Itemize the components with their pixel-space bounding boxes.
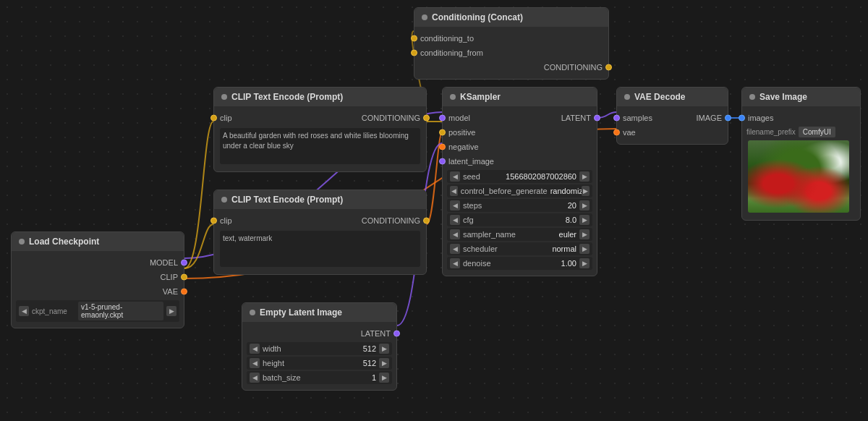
node-title: CLIP Text Encode (Prompt) — [231, 195, 343, 205]
input-dot-clip-1[interactable] — [210, 115, 217, 122]
denoise-increment[interactable]: ▶ — [579, 258, 590, 268]
node-title: Load Checkpoint — [29, 237, 99, 247]
node-title: VAE Decode — [634, 92, 685, 102]
ckpt-select-row: ◀ ckpt_name v1-5-pruned-emaonly.ckpt ▶ — [16, 300, 179, 322]
input-dot-clip-2[interactable] — [210, 218, 217, 224]
height-decrement[interactable]: ◀ — [250, 358, 260, 368]
node-header: CLIP Text Encode (Prompt) — [214, 190, 426, 209]
output-label-model: MODEL — [150, 258, 178, 267]
height-increment[interactable]: ▶ — [379, 358, 389, 368]
port-vae-out: VAE — [12, 284, 184, 299]
input-dot-images[interactable] — [739, 115, 745, 122]
vae-decode-node: VAE Decode samples IMAGE vae — [616, 87, 728, 145]
node-header: Conditioning (Concat) — [414, 8, 608, 27]
node-header: VAE Decode — [617, 88, 728, 106]
output-dot-latent[interactable] — [594, 115, 600, 122]
param-value-scheduler: normal — [552, 244, 576, 253]
ksampler-node: KSampler model LATENT positive negative … — [442, 87, 597, 276]
input-dot-vae[interactable] — [613, 129, 620, 136]
prompt-text-1[interactable]: A beautiful garden with red roses and wh… — [220, 128, 420, 164]
node-header: Load Checkpoint — [12, 232, 184, 251]
clip-text-encode-1-node: CLIP Text Encode (Prompt) clip CONDITION… — [213, 87, 427, 172]
width-decrement[interactable]: ◀ — [250, 344, 260, 354]
param-label-sampler: sampler_name — [463, 230, 552, 239]
port-label-conditioning-to: conditioning_to — [420, 34, 474, 43]
cfg-decrement[interactable]: ◀ — [450, 215, 460, 225]
node-status-dot — [624, 94, 630, 100]
seed-decrement[interactable]: ◀ — [450, 171, 460, 182]
output-dot-model[interactable] — [181, 260, 187, 266]
port-label-negative: negative — [448, 143, 479, 151]
param-label-control: control_before_generate — [461, 187, 548, 195]
param-value-control: randomize — [550, 187, 579, 195]
prompt-text-2[interactable]: text, watermark — [220, 231, 420, 267]
param-value-denoise: 1.00 — [555, 259, 576, 268]
param-sampler-name: ◀ sampler_name euler ▶ — [447, 228, 592, 241]
port-label-model: model — [448, 114, 470, 122]
output-dot-image[interactable] — [725, 115, 731, 122]
cfg-increment[interactable]: ▶ — [579, 215, 590, 225]
denoise-decrement[interactable]: ◀ — [450, 258, 460, 268]
node-status-dot — [221, 197, 227, 203]
param-label-batch: batch_size — [263, 373, 352, 382]
node-body: conditioning_to conditioning_from CONDIT… — [414, 27, 608, 79]
ckpt-increment[interactable]: ▶ — [166, 306, 176, 316]
clip-text-encode-2-node: CLIP Text Encode (Prompt) clip CONDITION… — [213, 190, 427, 275]
output-dot-conditioning-2[interactable] — [423, 218, 430, 224]
param-value-height: 512 — [354, 359, 376, 367]
port-label-conditioning-from: conditioning_from — [420, 48, 483, 57]
steps-decrement[interactable]: ◀ — [450, 200, 460, 210]
output-dot-vae-out[interactable] — [181, 289, 187, 295]
input-dot-latent-image[interactable] — [439, 158, 446, 165]
param-value-width: 512 — [354, 344, 376, 353]
control-decrement[interactable]: ◀ — [450, 186, 458, 196]
output-dot-conditioning[interactable] — [605, 64, 612, 71]
scheduler-increment[interactable]: ▶ — [579, 244, 590, 254]
node-body: clip CONDITIONING text, watermark — [214, 209, 426, 274]
node-status-dot — [422, 14, 427, 20]
batch-increment[interactable]: ▶ — [379, 373, 389, 383]
input-dot-conditioning-to[interactable] — [411, 35, 417, 42]
param-value-steps: 20 — [555, 201, 576, 210]
port-label-images: images — [748, 114, 773, 122]
output-dot-conditioning-1[interactable] — [423, 115, 430, 122]
node-body: images filename_prefix ComfyUI — [742, 106, 860, 220]
node-status-dot — [250, 310, 255, 315]
port-label-samples: samples — [623, 114, 652, 122]
filename-prefix-value[interactable]: ComfyUI — [799, 127, 835, 137]
input-dot-samples[interactable] — [613, 115, 620, 122]
input-dot-negative[interactable] — [439, 144, 446, 150]
output-label-clip: CLIP — [161, 273, 178, 281]
node-header: KSampler — [443, 88, 597, 106]
node-title: Conditioning (Concat) — [432, 12, 523, 22]
input-dot-model[interactable] — [439, 115, 446, 122]
port-conditioning-to: conditioning_to — [414, 31, 608, 46]
param-value-seed: 1566802087002860 — [506, 172, 576, 181]
seed-increment[interactable]: ▶ — [579, 171, 590, 182]
port-label-vae: vae — [623, 128, 636, 137]
batch-decrement[interactable]: ◀ — [250, 373, 260, 383]
sampler-increment[interactable]: ▶ — [579, 229, 590, 239]
port-label-latent-image: latent_image — [448, 157, 494, 166]
input-dot-positive[interactable] — [439, 129, 446, 136]
port-latent-out: LATENT — [242, 326, 396, 341]
port-vae: vae — [617, 125, 728, 140]
param-label-height: height — [263, 359, 352, 367]
width-increment[interactable]: ▶ — [379, 344, 389, 354]
conditioning-concat-node: Conditioning (Concat) conditioning_to co… — [414, 7, 609, 80]
port-conditioning-from: conditioning_from — [414, 46, 608, 60]
control-increment[interactable]: ▶ — [582, 186, 590, 196]
scheduler-decrement[interactable]: ◀ — [450, 244, 460, 254]
empty-latent-node: Empty Latent Image LATENT ◀ width 512 ▶ … — [242, 302, 397, 391]
input-dot-conditioning-from[interactable] — [411, 50, 417, 56]
output-dot-clip[interactable] — [181, 274, 187, 281]
ckpt-decrement[interactable]: ◀ — [19, 306, 29, 316]
ckpt-value[interactable]: v1-5-pruned-emaonly.ckpt — [78, 302, 163, 320]
node-status-dot — [19, 239, 25, 244]
output-label-conditioning: CONDITIONING — [544, 63, 603, 72]
steps-increment[interactable]: ▶ — [579, 200, 590, 210]
output-dot-latent-out[interactable] — [393, 331, 400, 337]
save-image-node: Save Image images filename_prefix ComfyU… — [741, 87, 861, 221]
param-label-cfg: cfg — [463, 216, 552, 224]
sampler-decrement[interactable]: ◀ — [450, 229, 460, 239]
